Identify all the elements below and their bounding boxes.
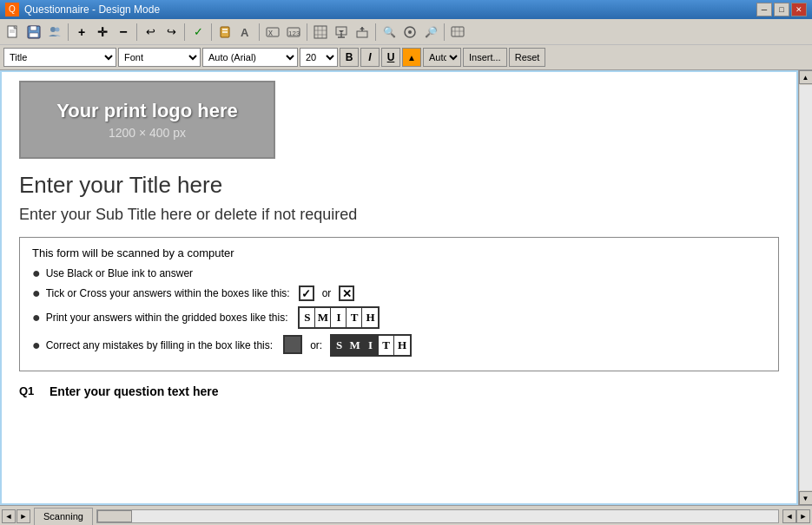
- question-row[interactable]: Q1 Enter your question text here: [19, 384, 779, 398]
- logo-area[interactable]: Your print logo here 1200 × 400 px: [19, 81, 275, 159]
- export-button[interactable]: [353, 23, 372, 42]
- italic-button[interactable]: I: [360, 48, 380, 67]
- scroll-right-end-button[interactable]: ►: [796, 509, 810, 523]
- main-area: Your print logo here 1200 × 400 px Enter…: [0, 70, 812, 505]
- grid-letter-H: H: [362, 308, 378, 327]
- separator: [68, 23, 69, 41]
- settings-button[interactable]: [448, 23, 467, 42]
- page-subtitle[interactable]: Enter your Sub Title here or delete if n…: [19, 206, 779, 224]
- question-number: Q1: [19, 384, 41, 397]
- bullet-3: ●: [32, 311, 41, 325]
- instruction-item-1: ● Use Black or Blue ink to answer: [32, 266, 766, 280]
- instruction-text-4: Correct any mistakes by filling in the b…: [46, 339, 273, 351]
- or-text-2: or:: [310, 339, 322, 351]
- add-col-button[interactable]: +: [72, 23, 91, 42]
- tick-box: ✓: [299, 285, 314, 301]
- add-cross-button[interactable]: ✛: [93, 23, 112, 42]
- redo-button[interactable]: ↪: [162, 23, 181, 42]
- tab-arrows: ◄ ►: [2, 509, 30, 523]
- bold-button[interactable]: B: [340, 48, 359, 67]
- mistake-box: [283, 335, 302, 354]
- grid-sample: S M I T H: [298, 306, 380, 329]
- svg-text:A: A: [241, 26, 249, 39]
- undo-button[interactable]: ↩: [141, 23, 160, 42]
- scroll-track[interactable]: [800, 85, 812, 490]
- save-button[interactable]: [24, 23, 43, 42]
- font-size-select[interactable]: 20 8101214161824: [300, 48, 338, 67]
- table-button[interactable]: [311, 23, 330, 42]
- svg-text:123: 123: [288, 30, 300, 37]
- grid-letter-M2: M: [347, 336, 363, 355]
- instruction-item-3: ● Print your answers within the gridded …: [32, 306, 766, 329]
- svg-point-30: [408, 30, 412, 34]
- variable-button[interactable]: x: [263, 23, 282, 42]
- paint-button[interactable]: [215, 23, 234, 42]
- number-button[interactable]: 123: [284, 23, 303, 42]
- search-button[interactable]: 🔎: [421, 23, 440, 42]
- svg-point-8: [56, 27, 60, 31]
- separator: [184, 23, 185, 41]
- instruction-text-2: Tick or Cross your answers within the bo…: [46, 287, 290, 299]
- toolbar-row2: Title Heading 1 Heading 2 Normal Font Ar…: [0, 45, 812, 69]
- minimize-button[interactable]: ─: [756, 3, 772, 16]
- tab-left-button[interactable]: ◄: [2, 509, 16, 523]
- window-controls: ─ □ ✕: [756, 3, 807, 16]
- content-pane[interactable]: Your print logo here 1200 × 400 px Enter…: [0, 70, 798, 505]
- svg-rect-6: [30, 33, 38, 37]
- check-button[interactable]: ✓: [188, 23, 208, 42]
- scroll-left-end-button[interactable]: ◄: [782, 509, 796, 523]
- color-picker[interactable]: Auto: [423, 48, 461, 67]
- logo-text: Your print logo here: [56, 100, 238, 122]
- tab-label: Scanning: [43, 511, 83, 522]
- svg-rect-17: [314, 26, 327, 38]
- logo-size: 1200 × 400 px: [109, 126, 186, 140]
- scrollbar-right: ▲ ▼: [798, 70, 812, 505]
- tick-sample: ✓: [299, 285, 314, 301]
- status-bar: ◄ ► Scanning ◄ ►: [0, 505, 812, 525]
- grid-letter-I: I: [331, 308, 347, 327]
- separator: [136, 23, 137, 41]
- import-button[interactable]: [332, 23, 351, 42]
- close-button[interactable]: ✕: [791, 3, 807, 16]
- font-name-select[interactable]: Auto (Arial) Arial: [202, 48, 298, 67]
- remove-button[interactable]: −: [114, 23, 133, 42]
- page-title[interactable]: Enter your Title here: [19, 172, 779, 199]
- tab-right-button[interactable]: ►: [17, 509, 30, 523]
- color-select[interactable]: Auto: [426, 51, 460, 63]
- reset-button[interactable]: Reset: [509, 48, 546, 67]
- insert-button[interactable]: Insert...: [463, 48, 507, 67]
- instruction-item-2: ● Tick or Cross your answers within the …: [32, 285, 766, 301]
- instruction-text-3: Print your answers within the gridded bo…: [46, 312, 288, 324]
- font-select[interactable]: Font Arial: [118, 48, 201, 67]
- separator: [444, 23, 445, 41]
- grid-letter-S2: S: [332, 336, 347, 355]
- maximize-button[interactable]: □: [774, 3, 789, 16]
- separator: [211, 23, 212, 41]
- underline-button[interactable]: U: [381, 48, 400, 67]
- zoom-button[interactable]: 🔍: [380, 23, 399, 42]
- scroll-up-button[interactable]: ▲: [799, 70, 813, 84]
- highlight-button[interactable]: ▲: [402, 48, 421, 67]
- toolbar-area: + ✛ − ↩ ↪ ✓ A x 123 🔍: [0, 19, 812, 70]
- separator: [307, 23, 307, 41]
- scan-button[interactable]: [400, 23, 419, 42]
- status-scrollbar[interactable]: [96, 509, 779, 523]
- svg-rect-5: [30, 26, 36, 30]
- grid-letters-2: S M I T H: [330, 334, 412, 357]
- bullet-4: ●: [32, 338, 41, 352]
- grid-letter-I2: I: [363, 336, 379, 355]
- scrollbar-thumb[interactable]: [97, 510, 132, 522]
- cross-box: ✕: [339, 285, 354, 301]
- format-button[interactable]: A: [236, 23, 255, 42]
- svg-rect-31: [452, 27, 464, 36]
- grid-letters-1: S M I T H: [298, 306, 380, 329]
- scanning-tab[interactable]: Scanning: [34, 508, 93, 525]
- svg-point-7: [50, 27, 56, 32]
- new-button[interactable]: [3, 23, 23, 42]
- bullet-1: ●: [32, 266, 41, 280]
- users-button[interactable]: [45, 23, 64, 42]
- scroll-down-button[interactable]: ▼: [799, 491, 813, 505]
- title-bar: Q Questionnaire - Design Mode ─ □ ✕: [0, 0, 812, 19]
- or-text-1: or: [322, 287, 332, 299]
- style-select[interactable]: Title Heading 1 Heading 2 Normal: [3, 48, 116, 67]
